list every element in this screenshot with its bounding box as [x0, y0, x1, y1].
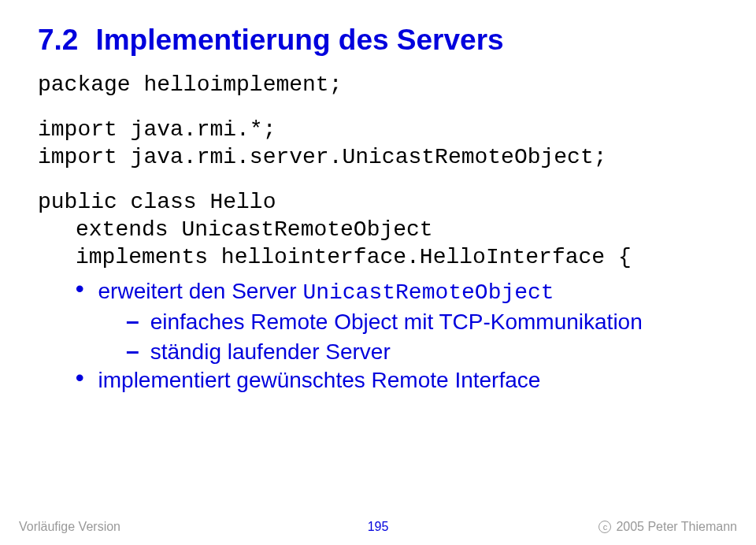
code-line: import java.rmi.server.UnicastRemoteObje… — [38, 143, 718, 171]
sub-bullet-item: – einfaches Remote Object mit TCP-Kommun… — [126, 308, 718, 335]
dash-icon: – — [126, 338, 139, 365]
bullet-text: erweitert den Server UnicastRemoteObject — [98, 279, 554, 305]
code-line: package helloimplement; — [38, 71, 718, 98]
code-line: implements hellointerface.HelloInterface… — [76, 243, 718, 271]
page-number: 195 — [368, 520, 389, 534]
bullet-dot-icon: • — [76, 371, 84, 385]
bullet-text-prefix: erweitert den Server — [98, 279, 303, 303]
code-line: public class Hello — [38, 188, 718, 216]
footer-left: Vorläufige Version — [19, 520, 120, 534]
bullet-list: • erweitert den Server UnicastRemoteObje… — [38, 279, 718, 393]
bullet-item: • erweitert den Server UnicastRemoteObje… — [76, 279, 718, 305]
bullet-item: • implementiert gewünschtes Remote Inter… — [76, 368, 718, 393]
footer-right: c 2005 Peter Thiemann — [598, 520, 737, 534]
page-footer: Vorläufige Version 195 c 2005 Peter Thie… — [0, 520, 756, 534]
sub-bullet-text: ständig laufender Server — [150, 339, 391, 365]
sub-bullet-item: – ständig laufender Server — [126, 338, 718, 365]
section-title: Implementierung des Servers — [95, 24, 503, 56]
code-line: import java.rmi.*; — [38, 116, 718, 143]
bullet-dot-icon: • — [76, 282, 84, 296]
code-block-class: public class Hello extends UnicastRemote… — [38, 188, 718, 271]
dash-icon: – — [126, 308, 139, 335]
code-line: extends UnicastRemoteObject — [76, 216, 718, 243]
code-block-package: package helloimplement; — [38, 71, 718, 98]
footer-copyright-text: 2005 Peter Thiemann — [616, 520, 737, 534]
code-block-imports: import java.rmi.*; import java.rmi.serve… — [38, 116, 718, 171]
bullet-text: implementiert gewünschtes Remote Interfa… — [98, 368, 541, 393]
bullet-code: UnicastRemoteObject — [302, 280, 554, 305]
sub-bullet-text: einfaches Remote Object mit TCP-Kommunik… — [150, 310, 643, 335]
copyright-icon: c — [598, 521, 611, 533]
section-heading: 7.2Implementierung des Servers — [38, 24, 718, 57]
section-number: 7.2 — [38, 24, 78, 56]
